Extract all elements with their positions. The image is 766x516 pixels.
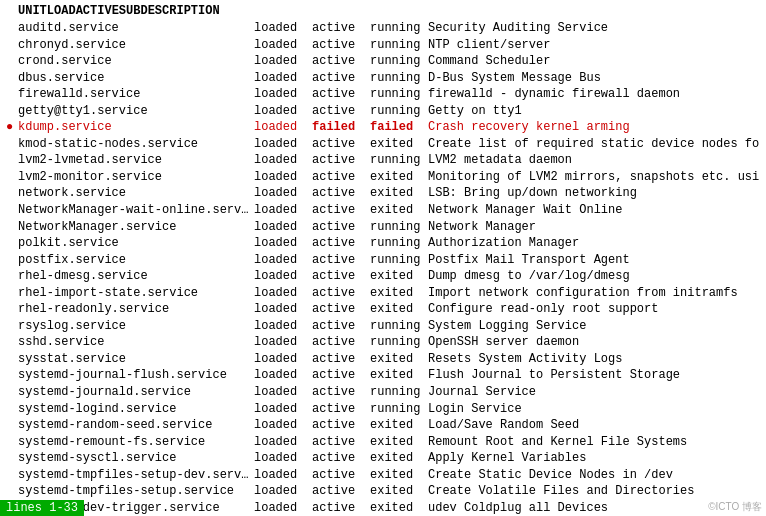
service-list: auditd.serviceloadedactiverunningSecurit… [6,20,760,516]
service-sub: running [370,384,428,401]
table-row: postfix.serviceloadedactiverunningPostfi… [6,252,760,269]
table-row: NetworkManager-wait-online.serviceloaded… [6,202,760,219]
service-load: loaded [254,483,312,500]
table-row: crond.serviceloadedactiverunningCommand … [6,53,760,70]
service-load: loaded [254,301,312,318]
service-description: D-Bus System Message Bus [428,70,760,87]
table-row: chronyd.serviceloadedactiverunningNTP cl… [6,37,760,54]
table-row: systemd-tmpfiles-setup-dev.serviceloaded… [6,467,760,484]
service-sub: exited [370,268,428,285]
service-active: active [312,70,370,87]
service-sub: exited [370,202,428,219]
service-unit-name: rhel-dmesg.service [18,269,148,283]
service-active: active [312,401,370,418]
service-description: Monitoring of LVM2 mirrors, snapshots et… [428,169,760,186]
service-unit-name: NetworkManager.service [18,220,176,234]
service-description: Crash recovery kernel arming [428,119,760,136]
service-unit-name: systemd-tmpfiles-setup-dev.service [18,468,254,482]
service-active: active [312,185,370,202]
service-description: Postfix Mail Transport Agent [428,252,760,269]
service-sub: exited [370,434,428,451]
service-description: Create list of required static device no… [428,136,760,153]
service-active: active [312,483,370,500]
table-row: kmod-static-nodes.serviceloadedactiveexi… [6,136,760,153]
service-unit-name: sshd.service [18,335,104,349]
table-row: lvm2-monitor.serviceloadedactiveexitedMo… [6,169,760,186]
service-description: Load/Save Random Seed [428,417,760,434]
service-active: active [312,235,370,252]
table-row: NetworkManager.serviceloadedactiverunnin… [6,219,760,236]
table-row: systemd-journald.serviceloadedactiverunn… [6,384,760,401]
service-sub: running [370,219,428,236]
service-load: loaded [254,467,312,484]
table-row: dbus.serviceloadedactiverunningD-Bus Sys… [6,70,760,87]
service-unit-name: systemd-journal-flush.service [18,368,227,382]
service-sub: running [370,152,428,169]
service-description: Network Manager [428,219,760,236]
service-sub: running [370,86,428,103]
table-row: auditd.serviceloadedactiverunningSecurit… [6,20,760,37]
service-description: Dump dmesg to /var/log/dmesg [428,268,760,285]
table-row: rsyslog.serviceloadedactiverunningSystem… [6,318,760,335]
service-load: loaded [254,119,312,136]
table-row: systemd-udev-trigger.serviceloadedactive… [6,500,760,516]
service-active: active [312,37,370,54]
service-description: Import network configuration from initra… [428,285,760,302]
table-row: systemd-journal-flush.serviceloadedactiv… [6,367,760,384]
service-unit-name: getty@tty1.service [18,104,148,118]
service-unit-name: sysstat.service [18,352,126,366]
service-load: loaded [254,252,312,269]
service-sub: running [370,252,428,269]
service-unit-name: auditd.service [18,21,119,35]
service-active: active [312,384,370,401]
service-sub: exited [370,417,428,434]
service-unit-name: lvm2-lvmetad.service [18,153,162,167]
table-row: rhel-dmesg.serviceloadedactiveexitedDump… [6,268,760,285]
service-unit-name: chronyd.service [18,38,126,52]
service-description: Command Scheduler [428,53,760,70]
service-load: loaded [254,417,312,434]
table-row: firewalld.serviceloadedactiverunningfire… [6,86,760,103]
service-active: active [312,202,370,219]
service-load: loaded [254,434,312,451]
header-load: LOAD [47,4,76,18]
service-unit-name: rhel-import-state.service [18,286,198,300]
service-description: LVM2 metadata daemon [428,152,760,169]
service-load: loaded [254,318,312,335]
service-sub: running [370,103,428,120]
service-load: loaded [254,285,312,302]
service-active: active [312,318,370,335]
service-sub: exited [370,483,428,500]
service-sub: exited [370,367,428,384]
service-description: Remount Root and Kernel File Systems [428,434,760,451]
service-load: loaded [254,500,312,516]
service-sub: exited [370,301,428,318]
header-desc: DESCRIPTION [140,4,219,18]
service-sub: running [370,70,428,87]
service-sub: exited [370,450,428,467]
service-load: loaded [254,334,312,351]
service-active: active [312,434,370,451]
service-unit-name: systemd-random-seed.service [18,418,212,432]
service-load: loaded [254,152,312,169]
service-active: active [312,268,370,285]
service-unit-name: firewalld.service [18,87,140,101]
service-load: loaded [254,37,312,54]
service-active: active [312,301,370,318]
service-active: active [312,169,370,186]
service-description: Security Auditing Service [428,20,760,37]
service-unit-name: rhel-readonly.service [18,302,169,316]
service-sub: running [370,20,428,37]
service-active: active [312,351,370,368]
service-unit-name: rsyslog.service [18,319,126,333]
header-active: ACTIVE [76,4,119,18]
service-description: Login Service [428,401,760,418]
service-description: Apply Kernel Variables [428,450,760,467]
service-sub: failed [370,119,428,136]
service-sub: exited [370,185,428,202]
failed-sub-text: failed [370,120,413,134]
service-unit-name: network.service [18,186,126,200]
service-load: loaded [254,169,312,186]
table-header: UNIT LOAD ACTIVE SUB DESCRIPTION [6,4,760,18]
service-unit-name: systemd-journald.service [18,385,191,399]
